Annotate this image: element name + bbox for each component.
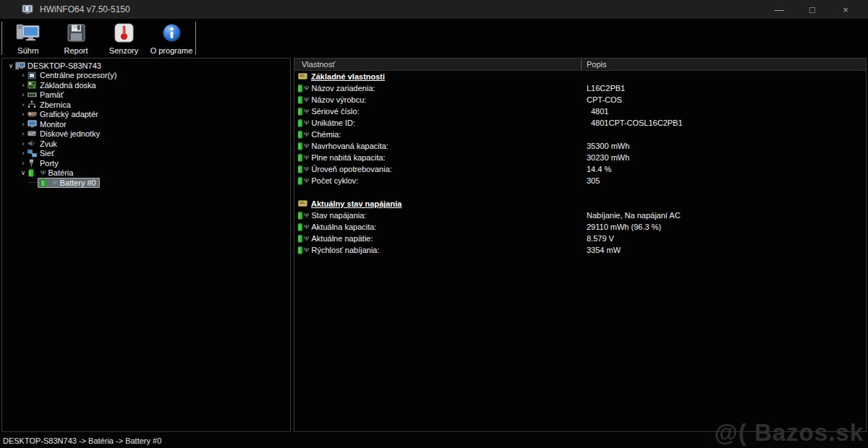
gpu-icon [27, 110, 38, 119]
report-button[interactable]: Report [52, 19, 100, 58]
property-row[interactable]: Ψ Unikátne ID: 4801CPT-COSL16C2PB1 [294, 117, 866, 129]
property-row[interactable]: Ψ Aktuálne napätie: 8.579 V [294, 233, 866, 244]
chevron-collapsed-icon[interactable]: › [19, 72, 27, 79]
chevron-collapsed-icon[interactable]: › [19, 160, 27, 167]
tree-item-drives[interactable]: › Diskové jednotky [2, 129, 290, 139]
fork-icon: Ψ [304, 142, 310, 150]
chevron-collapsed-icon[interactable]: › [19, 111, 27, 118]
chevron-collapsed-icon[interactable]: › [19, 91, 27, 98]
chevron-collapsed-icon[interactable]: › [19, 82, 27, 89]
tree-item-label: Diskové jednotky [40, 129, 100, 138]
maximize-button[interactable]: □ [796, 0, 829, 19]
about-button[interactable]: O programe [148, 19, 195, 58]
property-row[interactable]: Ψ Počet cyklov: 305 [294, 175, 866, 186]
fork-icon: Ψ [304, 246, 310, 254]
column-header-description[interactable]: Popis [581, 60, 607, 69]
properties-panel: Vlastnosť Popis Základné vlastnosti Ψ Ná… [294, 58, 867, 432]
tree-connector-line [29, 182, 38, 183]
fork-icon: Ψ [304, 177, 310, 184]
tree-item-monitor[interactable]: › Monitor [2, 119, 290, 129]
property-row[interactable]: Ψ Stav napájania: Nabíjanie, Na napájaní… [294, 210, 866, 221]
floppy-icon [67, 23, 86, 44]
bus-icon [27, 100, 38, 109]
property-row[interactable]: Ψ Rýchlosť nabíjania: 3354 mW [294, 244, 866, 256]
column-header-property[interactable]: Vlastnosť [294, 60, 581, 69]
close-button[interactable]: × [829, 0, 862, 19]
chevron-collapsed-icon[interactable]: › [19, 130, 27, 137]
battery-property-icon [297, 84, 303, 92]
chevron-collapsed-icon[interactable]: › [19, 150, 27, 157]
property-row[interactable]: Ψ Názov výrobcu: CPT-COS [294, 94, 866, 105]
sensors-button[interactable]: Senzory [100, 19, 148, 58]
property-label: Aktuálna kapacita: [312, 223, 377, 231]
speaker-icon [27, 139, 38, 148]
window-title: HWiNFO64 v7.50-5150 [40, 4, 130, 14]
tree-item-network[interactable]: › Sieť [2, 149, 290, 159]
property-row[interactable]: Ψ Navrhovaná kapacita: 35300 mWh [294, 140, 866, 152]
property-label: Sériové číslo: [312, 107, 359, 116]
tree-item-gpu[interactable]: › Grafický adaptér [2, 110, 290, 120]
property-row[interactable]: Ψ Aktuálna kapacita: 29110 mWh (96.3 %) [294, 221, 866, 233]
network-icon [27, 149, 38, 158]
tree-item-memory[interactable]: › Pamäť [2, 90, 290, 100]
battery-icon [27, 168, 38, 177]
memory-icon [27, 90, 38, 99]
battery-property-icon [297, 165, 303, 173]
property-value: 30230 mWh [581, 153, 629, 162]
battery-property-icon [297, 107, 303, 116]
property-row[interactable]: Ψ Chémia: [294, 129, 866, 140]
thermometer-icon [114, 23, 134, 44]
tree-item-label: Porty [40, 159, 59, 168]
summary-button-label: Súhrn [17, 46, 38, 55]
battery-property-icon [297, 211, 303, 220]
property-row[interactable]: Ψ Úroveň opotrebovania: 14.4 % [294, 163, 866, 175]
minimize-button[interactable]: — [762, 0, 796, 19]
window-controls: — □ × [762, 0, 862, 19]
tree-item-battery[interactable]: ∨ Ψ Batéria [2, 168, 290, 178]
property-value: CPT-COS [581, 95, 622, 104]
column-divider[interactable] [581, 59, 582, 69]
chevron-collapsed-icon[interactable]: › [19, 140, 27, 147]
tree-item-ports[interactable]: › Porty [2, 158, 290, 168]
fork-icon: Ψ [304, 212, 310, 219]
tree-item-desktop[interactable]: ∨ DESKTOP-S83N743 [2, 61, 290, 71]
motherboard-icon [27, 81, 38, 90]
tree-item-label: Battery #0 [60, 178, 96, 187]
tree-item-label: Pamäť [40, 90, 64, 99]
report-button-label: Report [64, 46, 88, 55]
fork-icon: Ψ [52, 179, 58, 186]
battery-property-icon [297, 234, 303, 243]
fork-icon: Ψ [304, 223, 310, 231]
chevron-expanded-icon[interactable]: ∨ [7, 62, 15, 69]
ports-icon [27, 159, 38, 168]
tree-item-audio[interactable]: › Zvuk [2, 139, 290, 149]
notebook-icon [298, 72, 307, 82]
property-row[interactable]: Ψ Názov zariadenia: L16C2PB1 [294, 82, 866, 94]
property-value: 29110 mWh (96.3 %) [581, 223, 661, 231]
section-title: Aktuálny stav napájania [311, 199, 401, 208]
chevron-collapsed-icon[interactable]: › [19, 101, 27, 108]
chevron-expanded-icon[interactable]: ∨ [19, 169, 27, 176]
fork-icon: Ψ [41, 169, 46, 176]
property-value: 35300 mWh [581, 142, 629, 150]
property-label: Chémia: [312, 130, 341, 139]
tree-item-bus[interactable]: › Zbernica [2, 100, 290, 110]
property-value: 4801 [581, 107, 608, 116]
property-label: Aktuálne napätie: [312, 234, 373, 243]
property-row[interactable]: Ψ Plne nabitá kapacita: 30230 mWh [294, 152, 866, 163]
tree-item-label: Zvuk [40, 139, 57, 148]
tree-item-label: DESKTOP-S83N743 [27, 61, 101, 70]
tree-item-battery-0[interactable]: Ψ Battery #0 [2, 178, 290, 188]
column-header-row: Vlastnosť Popis [294, 59, 866, 71]
summary-button[interactable]: Súhrn [4, 19, 52, 58]
about-button-label: O programe [150, 46, 193, 55]
tree-item-cpu[interactable]: › Centrálne procesor(y) [2, 71, 290, 81]
property-row[interactable]: Ψ Sériové číslo: 4801 [294, 105, 866, 117]
chevron-collapsed-icon[interactable]: › [19, 121, 27, 128]
selected-item-highlight[interactable]: Ψ Battery #0 [38, 178, 100, 188]
battery-property-icon [297, 246, 303, 254]
sensors-button-label: Senzory [109, 46, 138, 55]
tree-item-motherboard[interactable]: › Základná doska [2, 80, 290, 90]
battery-property-icon [297, 176, 303, 185]
property-label: Názov výrobcu: [312, 95, 367, 104]
